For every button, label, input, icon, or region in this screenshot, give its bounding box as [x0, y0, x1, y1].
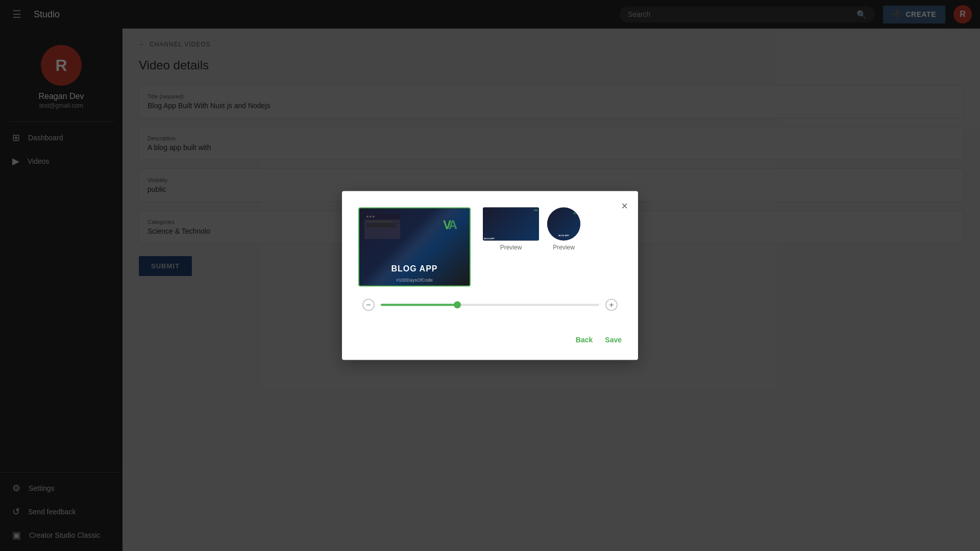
hashtag-text: #100DaysOfCode [396, 278, 433, 283]
mini-screen-mockup [364, 214, 400, 239]
zoom-slider-fill [381, 304, 457, 306]
zoom-slider-thumb[interactable] [454, 302, 461, 309]
modal-body: V A BLOG APP #100DaysOfCode BLOG APP VA [358, 208, 622, 287]
back-button[interactable]: Back [576, 336, 593, 344]
modal-footer: Back Save [358, 328, 622, 344]
preview-label-rect: Preview [500, 244, 522, 251]
preview-thumbs: BLOG APP VA Preview BLOG APP VA Preview [483, 208, 622, 251]
thumbnail-image: V A BLOG APP #100DaysOfCode [359, 209, 470, 286]
mini-screen-rect: BLOG APP VA [483, 208, 539, 241]
preview-thumbnail-circle: BLOG APP VA [547, 208, 580, 241]
modal-close-button[interactable]: × [621, 199, 628, 213]
blog-app-text: BLOG APP [391, 264, 438, 273]
mini-screen-circle: BLOG APP VA [547, 208, 580, 241]
main-thumbnail: V A BLOG APP #100DaysOfCode [358, 208, 471, 287]
preview-item-rect: BLOG APP VA Preview [483, 208, 539, 251]
zoom-slider-row: − + [358, 299, 622, 311]
preview-thumbnail-rect: BLOG APP VA [483, 208, 539, 241]
thumbnail-modal: × [342, 191, 638, 360]
zoom-slider-track[interactable] [381, 304, 599, 306]
preview-item-circle: BLOG APP VA Preview [547, 208, 580, 251]
save-button[interactable]: Save [605, 336, 622, 344]
preview-section: BLOG APP VA Preview BLOG APP VA Preview [483, 208, 622, 251]
preview-label-circle: Preview [553, 244, 575, 251]
zoom-plus-button[interactable]: + [605, 299, 618, 311]
zoom-minus-button[interactable]: − [362, 299, 375, 311]
